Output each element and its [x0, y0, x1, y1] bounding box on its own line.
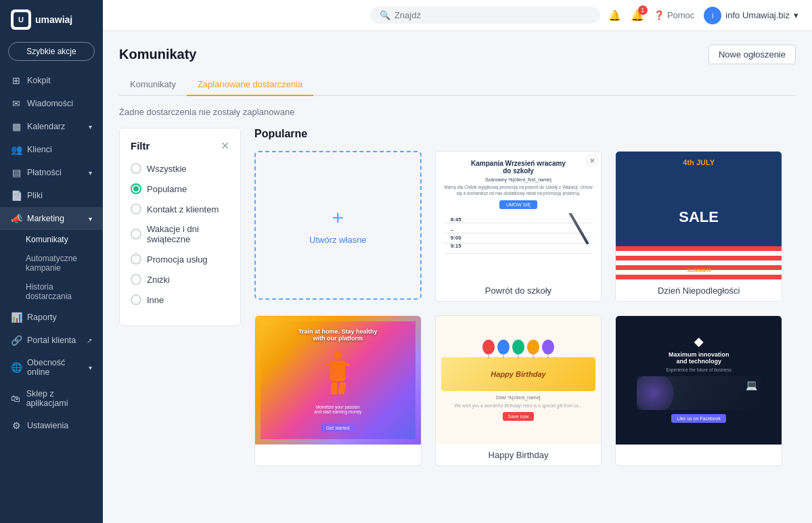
marketing-icon: 📣: [11, 213, 22, 224]
sidebar-item-marketing[interactable]: 📣 Marketing ▾: [0, 207, 103, 230]
raporty-icon: 📊: [11, 312, 22, 323]
template-card-tech[interactable]: Maximum innovationand technology Experie…: [615, 315, 782, 466]
radio-znizki: [131, 274, 141, 285]
preview-cta-button[interactable]: UMÓW SIĘ: [499, 200, 537, 209]
template-label-fitness: [255, 445, 421, 455]
balloon-red: [482, 340, 495, 355]
filter-option-wszystkie[interactable]: Wszystkie: [131, 163, 229, 174]
template-label-tech: [616, 445, 782, 455]
preview-greeting: Szanowny %{client_first_name}: [485, 177, 551, 182]
content-area: Komunikaty Nowe ogłoszenie Komunikaty Za…: [103, 31, 812, 523]
template-label-back-to-school: Powrót do szkoły: [436, 280, 602, 301]
sidebar-item-portal[interactable]: 🔗 Portal klienta ↗: [0, 329, 103, 352]
template-card-create-own[interactable]: + Utwórz własne: [254, 151, 422, 302]
templates-grid: + Utwórz własne ✕ Kampania Wrzesień wrac…: [254, 151, 782, 466]
panel-layout: Filtr ✕ Wszystkie Popularne Kontakt z kl: [119, 128, 796, 466]
sidebar-item-klienci[interactable]: 👥 Klienci: [0, 138, 103, 161]
template-card-back-to-school[interactable]: ✕ Kampania Wrzesień wracamydo szkoły Sza…: [435, 151, 602, 302]
radio-kontakt: [131, 204, 141, 214]
topbar: 🔍 🔔 🔔 1 ❓ Pomoc i info Umawiaj.biz ▾: [103, 0, 812, 31]
user-menu-button[interactable]: i info Umawiaj.biz ▾: [704, 7, 798, 24]
refresh-icon-button[interactable]: 🔔: [608, 9, 621, 22]
search-bar[interactable]: 🔍: [370, 7, 600, 24]
template-label-birthday: Happy Birthday: [436, 445, 602, 465]
sidebar-item-ustawienia[interactable]: ⚙ Ustawienia: [0, 414, 103, 437]
radio-wakacje: [131, 229, 141, 240]
obecnosc-icon: 🌐: [11, 362, 22, 373]
tech-button[interactable]: Like us on Facebook: [671, 414, 726, 423]
external-link-icon: ↗: [87, 337, 92, 344]
filter-option-label: Kontakt z klientem: [147, 204, 219, 214]
filter-option-kontakt[interactable]: Kontakt z klientem: [131, 204, 229, 214]
sidebar-item-platnosci[interactable]: ▤ Płatności ▾: [0, 161, 103, 184]
sidebar-item-obecnosc[interactable]: 🌐 Obecność online ▾: [0, 352, 103, 383]
tab-komunikaty[interactable]: Komunikaty: [119, 74, 187, 96]
sidebar-item-label: Płatności: [27, 168, 62, 177]
sidebar-item-kokpit[interactable]: ⊞ Kokpit: [0, 69, 103, 92]
template-label-independence: Dzień Niepodległości: [616, 280, 782, 301]
logo[interactable]: U umawiaj: [0, 0, 103, 39]
sidebar-item-sklep[interactable]: 🛍 Sklep z aplikacjami: [0, 383, 103, 414]
notifications-button[interactable]: 🔔 1: [631, 9, 644, 22]
tabs: Komunikaty Zaplanowane dostarczenia: [119, 74, 796, 96]
chevron-down-icon: ▾: [89, 169, 92, 177]
user-label: info Umawiaj.biz: [725, 10, 790, 20]
template-card-independence[interactable]: 4th JULY SALE SUMMER Dzień Niepodległośc…: [615, 151, 782, 302]
search-icon: 🔍: [380, 10, 390, 20]
sidebar-item-label: Portal klienta: [27, 336, 76, 345]
filter-option-label: Wszystkie: [147, 164, 187, 174]
quick-action-button[interactable]: Szybkie akcje: [8, 42, 95, 61]
preview-title: Kampania Wrzesień wracamydo szkoły: [471, 160, 566, 175]
fitness-button[interactable]: Get started: [321, 424, 355, 432]
search-input[interactable]: [394, 10, 591, 20]
radio-wszystkie: [131, 163, 141, 174]
flag-stripes-decoration: [616, 246, 782, 280]
filter-option-popularne[interactable]: Popularne: [131, 183, 229, 194]
sidebar-item-pliki[interactable]: 📄 Pliki: [0, 184, 103, 207]
template-preview-independence: 4th JULY SALE SUMMER: [616, 152, 782, 280]
filter-close-button[interactable]: ✕: [221, 139, 229, 152]
new-announcement-button[interactable]: Nowe ogłoszenie: [708, 45, 796, 64]
preview-image: 8:45 – 9:00 9:15: [444, 213, 593, 254]
birthday-button[interactable]: Save now: [503, 412, 535, 421]
sidebar-item-label: Raporty: [27, 313, 57, 322]
sidebar-item-label: Kalendarz: [27, 122, 65, 131]
templates-section-title: Popularne: [254, 128, 782, 140]
sidebar-subitem-historia[interactable]: Historia dostarczania: [0, 277, 103, 306]
balloon-green: [512, 340, 524, 355]
filter-option-wakacje[interactable]: Wakacje i dni świąteczne: [131, 224, 229, 244]
preview-close-button[interactable]: ✕: [586, 154, 598, 166]
sidebar: U umawiaj Szybkie akcje ⊞ Kokpit ✉ Wiado…: [0, 0, 103, 523]
birthday-banner: Happy Birthday: [441, 357, 596, 391]
fitness-title: Train at home. Stay healthywith our plat…: [298, 328, 378, 342]
sidebar-item-wiadomosci[interactable]: ✉ Wiadomości: [0, 92, 103, 115]
sidebar-item-label: Klienci: [27, 145, 52, 154]
platnosci-icon: ▤: [11, 167, 22, 178]
create-own-label: Utwórz własne: [309, 235, 367, 245]
help-button[interactable]: ❓ Pomoc: [654, 10, 694, 20]
sidebar-nav: ⊞ Kokpit ✉ Wiadomości ▦ Kalendarz ▾ 👥 Kl…: [0, 69, 103, 523]
sidebar-item-raporty[interactable]: 📊 Raporty: [0, 306, 103, 329]
main-wrapper: 🔍 🔔 🔔 1 ❓ Pomoc i info Umawiaj.biz ▾ Kom…: [103, 0, 812, 523]
sidebar-item-kalendarz[interactable]: ▦ Kalendarz ▾: [0, 115, 103, 138]
sidebar-item-label: Ustawienia: [27, 421, 68, 430]
filter-option-inne[interactable]: Inne: [131, 294, 229, 305]
template-preview-back-to-school: ✕ Kampania Wrzesień wracamydo szkoły Sza…: [436, 152, 602, 280]
filter-header: Filtr ✕: [131, 139, 229, 152]
filter-option-label: Inne: [147, 295, 164, 305]
sidebar-subitem-komunikaty[interactable]: Komunikaty: [0, 230, 103, 249]
sidebar-item-label: Pliki: [27, 191, 43, 200]
filter-option-znizki[interactable]: Zniżki: [131, 274, 229, 285]
tech-image: 💻: [637, 376, 761, 410]
template-card-birthday[interactable]: Happy Birthday Dear %{client_name} We wi…: [435, 315, 602, 466]
create-own-card[interactable]: + Utwórz własne: [254, 151, 422, 300]
independence-preview: 4th JULY SALE SUMMER: [616, 152, 782, 280]
sidebar-subitem-automatyczne[interactable]: Automatyczne kampanie: [0, 249, 103, 277]
svg-text:U: U: [18, 16, 24, 24]
tab-zaplanowane[interactable]: Zaplanowane dostarczenia: [187, 74, 313, 96]
preview-body: Mamy dla Ciebie wyjątkową promocję na po…: [444, 184, 593, 196]
template-card-fitness[interactable]: Train at home. Stay healthywith our plat…: [254, 315, 422, 466]
sale-text: SALE: [679, 208, 719, 226]
filter-option-promocja[interactable]: Promocja usług: [131, 254, 229, 265]
radio-popularne: [131, 183, 141, 194]
